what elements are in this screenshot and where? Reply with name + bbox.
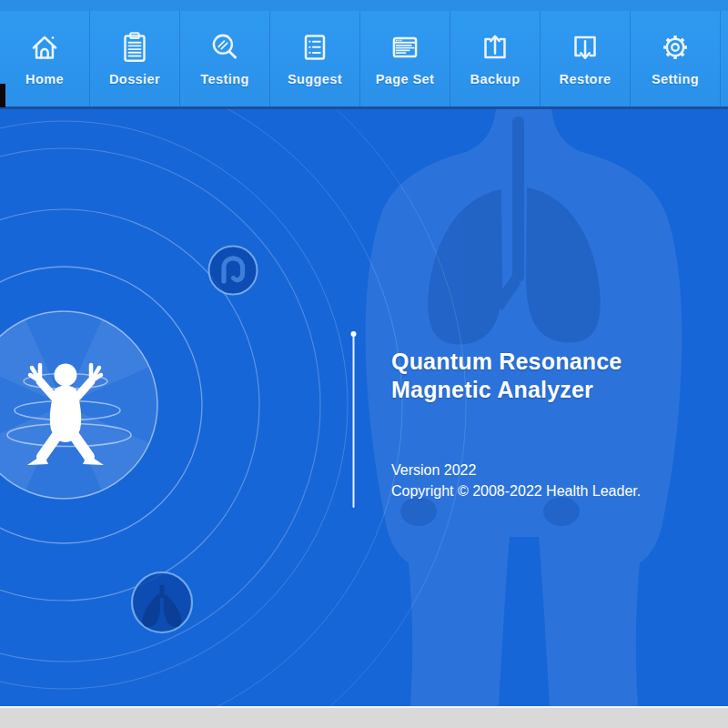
left-edge-notch [0,84,5,107]
suggest-icon [296,28,334,66]
toolbar-button-pageset[interactable]: Page Set [360,11,450,106]
lungs-icon [132,572,192,632]
window-top-strip [0,0,728,11]
home-icon [25,28,64,66]
copyright-text: Copyright © 2008-2022 Health Leader. [391,483,641,500]
splash-background-graphic [0,109,728,706]
app-title-line1: Quantum Resonance [391,348,622,376]
toolbar-button-suggest[interactable]: Suggest [270,11,360,106]
toolbar-button-home[interactable]: Home [0,11,90,106]
toolbar-label-restore: Restore [560,72,612,86]
main-toolbar: Home Dossier [0,11,728,109]
headline-divider-line [351,331,357,507]
toolbar-button-restore[interactable]: Restore [541,11,631,106]
testing-icon [206,28,244,66]
pageset-icon [386,28,424,66]
toolbar-button-dossier[interactable]: Dossier [90,11,180,106]
backup-icon [476,28,514,66]
restore-icon [566,28,604,66]
app-title: Quantum Resonance Magnetic Analyzer [391,348,622,404]
status-bar: Copyright 2008-2022 Health Leader. All R… [0,706,728,728]
toolbar-label-testing: Testing [200,72,248,86]
toolbar-label-dossier: Dossier [109,72,160,86]
splash-area: Quantum Resonance Magnetic Analyzer Vers… [0,109,728,706]
toolbar-button-backup[interactable]: Backup [450,11,541,106]
toolbar-label-setting: Setting [652,72,699,86]
body-silhouette [366,109,682,706]
toolbar-label-backup: Backup [470,72,521,86]
setting-icon [656,28,694,66]
dossier-icon [116,28,154,66]
app-window: Home Dossier [0,0,728,728]
version-text: Version 2022 [391,462,476,479]
colon-icon [209,247,258,295]
toolbar-button-testing[interactable]: Testing [180,11,270,106]
toolbar-label-suggest: Suggest [288,72,342,86]
toolbar-label-home: Home [25,72,64,86]
app-title-line2: Magnetic Analyzer [391,376,622,404]
toolbar-label-pageset: Page Set [376,72,434,86]
toolbar-button-setting[interactable]: Setting [631,11,721,106]
